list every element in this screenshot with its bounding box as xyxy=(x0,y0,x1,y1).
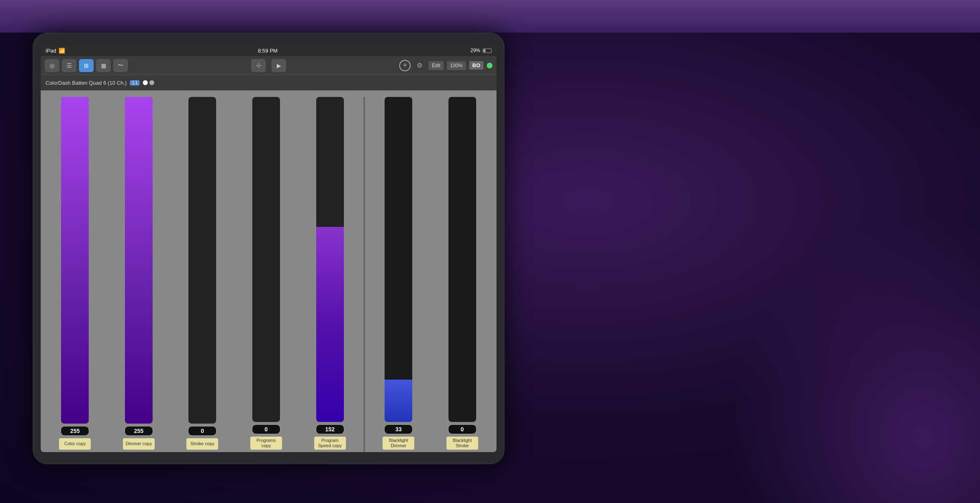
ipad-screen: iPad 📶 8:59 PM 29% ◎ ☰ ⊞ ▦ 〜 ⊹ ▶ xyxy=(41,45,497,452)
fader-label-program-speed-copy: Program Speed copy xyxy=(314,437,346,450)
fader-label-strobe-copy: Strobe copy xyxy=(186,438,218,450)
fader-value-blacklight-strobe[interactable]: 0 xyxy=(448,424,477,434)
fader-fill-program-speed-copy xyxy=(316,227,344,422)
wifi-icon: 📶 xyxy=(59,48,65,54)
fader-track-blacklight-dimmer[interactable] xyxy=(385,97,412,422)
toolbar-grid-icon[interactable]: ⊞ xyxy=(79,59,94,72)
zoom-button[interactable]: 100% xyxy=(447,61,466,70)
mixer-icon[interactable]: ⊹ xyxy=(251,59,266,72)
fader-area: 255 Color copy 255 Dimmer copy 0 Strobe … xyxy=(41,90,497,452)
dot-2[interactable] xyxy=(149,80,154,85)
toolbar: ◎ ☰ ⊞ ▦ 〜 ⊹ ▶ + ⚙ Edit 100% BO xyxy=(41,56,497,75)
fader-fill-color-copy xyxy=(61,97,89,424)
status-time: 8:59 PM xyxy=(258,48,278,54)
fader-value-programs-copy[interactable]: 0 xyxy=(252,424,280,434)
fader-label-dimmer-copy: Dimmer copy xyxy=(123,438,155,450)
channel-badge: 1.1 xyxy=(130,80,140,86)
bo-button[interactable]: BO xyxy=(469,61,484,70)
fader-value-blacklight-dimmer[interactable]: 33 xyxy=(384,424,413,434)
device-name-label: iPad xyxy=(46,48,56,54)
toolbar-wave-icon[interactable]: 〜 xyxy=(113,59,128,72)
fader-col-dimmer-copy: 255 Dimmer copy xyxy=(108,97,170,452)
fader-col-program-speed-copy: 152 Program Speed copy xyxy=(299,97,361,452)
fader-fill-dimmer-copy xyxy=(125,97,153,424)
dot-1[interactable] xyxy=(143,80,148,85)
device-name: ColorDash Batten Quad 6 (10 Ch.) xyxy=(46,80,127,86)
device-dots xyxy=(143,80,154,85)
fader-value-strobe-copy[interactable]: 0 xyxy=(188,426,217,436)
fader-section-divider xyxy=(363,97,365,452)
fader-track-strobe-copy[interactable] xyxy=(188,97,216,424)
ipad-frame: iPad 📶 8:59 PM 29% ◎ ☰ ⊞ ▦ 〜 ⊹ ▶ xyxy=(33,33,505,464)
toolbar-list-icon[interactable]: ☰ xyxy=(62,59,77,72)
fader-label-blacklight-dimmer: Blacklight Dimmer xyxy=(383,437,414,450)
fader-label-blacklight-strobe: Blacklight Strobe xyxy=(446,437,478,450)
play-icon[interactable]: ▶ xyxy=(271,59,286,72)
toolbar-right: + ⚙ Edit 100% BO xyxy=(399,60,492,71)
fader-col-color-copy: 255 Color copy xyxy=(44,97,106,452)
fader-value-color-copy[interactable]: 255 xyxy=(61,426,89,436)
fader-track-blacklight-strobe[interactable] xyxy=(448,97,476,422)
fader-track-program-speed-copy[interactable] xyxy=(316,97,344,422)
fader-value-program-speed-copy[interactable]: 152 xyxy=(316,424,344,434)
gear-button[interactable]: ⚙ xyxy=(414,60,425,71)
add-button[interactable]: + xyxy=(399,60,411,71)
fader-col-programs-copy: 0 Programs copy xyxy=(235,97,298,452)
fader-label-programs-copy: Programs copy xyxy=(250,437,282,450)
edit-button[interactable]: Edit xyxy=(429,61,444,70)
fader-track-dimmer-copy[interactable] xyxy=(125,97,153,424)
device-label-bar: ColorDash Batten Quad 6 (10 Ch.) 1.1 xyxy=(41,75,497,90)
status-bar: iPad 📶 8:59 PM 29% xyxy=(41,45,497,56)
toolbar-circle-icon[interactable]: ◎ xyxy=(45,59,59,72)
top-background xyxy=(0,0,980,33)
battery-bar xyxy=(483,48,492,53)
fader-col-blacklight-dimmer: 33 Blacklight Dimmer xyxy=(368,97,430,452)
status-right: 29% xyxy=(470,48,492,53)
fader-fill-blacklight-dimmer xyxy=(385,380,412,422)
fader-track-programs-copy[interactable] xyxy=(252,97,280,422)
fader-label-color-copy: Color copy xyxy=(59,438,91,450)
battery-fill xyxy=(483,49,486,52)
battery-percent: 29% xyxy=(470,48,480,53)
toolbar-film-icon[interactable]: ▦ xyxy=(96,59,111,72)
fader-col-strobe-copy: 0 Strobe copy xyxy=(171,97,234,452)
status-left: iPad 📶 xyxy=(46,48,65,54)
fader-track-color-copy[interactable] xyxy=(61,97,89,424)
connection-indicator xyxy=(487,63,492,68)
fader-value-dimmer-copy[interactable]: 255 xyxy=(125,426,153,436)
fader-col-blacklight-strobe: 0 Blacklight Strobe xyxy=(431,97,493,452)
